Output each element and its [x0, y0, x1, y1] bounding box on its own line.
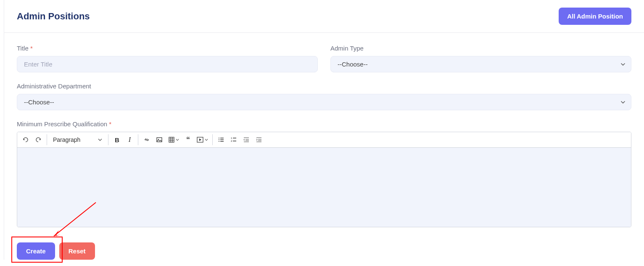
paragraph-dropdown[interactable]: Paragraph: [50, 135, 106, 145]
create-button[interactable]: Create: [17, 242, 55, 260]
redo-icon: [35, 136, 42, 143]
svg-point-8: [219, 138, 219, 138]
indent-icon: [256, 136, 262, 143]
reset-button[interactable]: Reset: [59, 242, 95, 260]
title-label-text: Title: [17, 45, 29, 52]
undo-icon: [22, 136, 29, 143]
rich-text-editor: Paragraph B I: [17, 132, 631, 227]
italic-button[interactable]: I: [124, 134, 135, 146]
redo-button[interactable]: [32, 134, 44, 146]
italic-icon: I: [129, 136, 131, 144]
outdent-button[interactable]: [240, 134, 252, 146]
numbered-list-button[interactable]: 12: [228, 134, 240, 146]
toolbar-divider: [108, 134, 108, 145]
title-input[interactable]: [17, 56, 318, 72]
numbered-list-icon: 12: [230, 136, 237, 143]
undo-button[interactable]: [20, 134, 32, 146]
qualification-label: Minimum Prescribe Qualification *: [17, 120, 631, 128]
bold-icon: B: [115, 136, 119, 144]
form-area: Title * Admin Type --Choose-- Administra…: [4, 33, 644, 240]
table-button[interactable]: [166, 134, 181, 146]
image-icon: [156, 136, 163, 143]
toolbar-divider: [47, 134, 47, 145]
chevron-down-icon: [205, 138, 208, 141]
admin-dept-label: Administrative Department: [17, 82, 631, 90]
admin-type-select[interactable]: --Choose--: [330, 56, 631, 72]
link-button[interactable]: [141, 134, 153, 146]
admin-type-field-group: Admin Type --Choose--: [330, 45, 631, 72]
table-icon: [169, 137, 174, 143]
blockquote-button[interactable]: “: [182, 134, 194, 146]
title-label: Title *: [17, 45, 318, 52]
toolbar-divider: [138, 134, 138, 145]
svg-rect-2: [169, 137, 174, 142]
form-actions: Create Reset: [4, 242, 644, 260]
required-indicator: *: [109, 120, 111, 128]
title-field-group: Title *: [17, 45, 318, 72]
svg-rect-0: [157, 138, 162, 142]
chevron-down-icon: [176, 138, 179, 141]
bullet-list-button[interactable]: [215, 134, 227, 146]
outdent-icon: [243, 136, 250, 143]
svg-text:2: 2: [231, 140, 232, 142]
quote-icon: “: [186, 138, 190, 142]
all-admin-position-button[interactable]: All Admin Position: [559, 8, 631, 25]
chevron-down-icon: [98, 138, 102, 142]
svg-point-10: [219, 139, 219, 140]
page-header: Admin Positions All Admin Position: [4, 0, 644, 33]
admin-dept-select[interactable]: --Choose--: [17, 94, 631, 110]
paragraph-dropdown-label: Paragraph: [53, 136, 80, 143]
editor-toolbar: Paragraph B I: [17, 132, 631, 148]
link-icon: [143, 136, 150, 143]
bullet-list-icon: [218, 136, 224, 143]
admin-type-label: Admin Type: [330, 45, 631, 52]
admin-dept-field-group: Administrative Department --Choose--: [17, 82, 631, 110]
required-indicator: *: [30, 45, 33, 52]
svg-point-12: [219, 141, 219, 142]
bold-button[interactable]: B: [111, 134, 123, 146]
page-title: Admin Positions: [17, 11, 90, 22]
svg-text:1: 1: [231, 137, 232, 139]
qualification-label-text: Minimum Prescribe Qualification: [17, 120, 107, 128]
toolbar-divider: [212, 134, 213, 145]
indent-button[interactable]: [253, 134, 265, 146]
qualification-field-group: Minimum Prescribe Qualification *: [17, 120, 631, 227]
editor-content-area[interactable]: [17, 148, 631, 227]
image-button[interactable]: [153, 134, 165, 146]
media-icon: [197, 137, 203, 143]
media-button[interactable]: [195, 134, 210, 146]
